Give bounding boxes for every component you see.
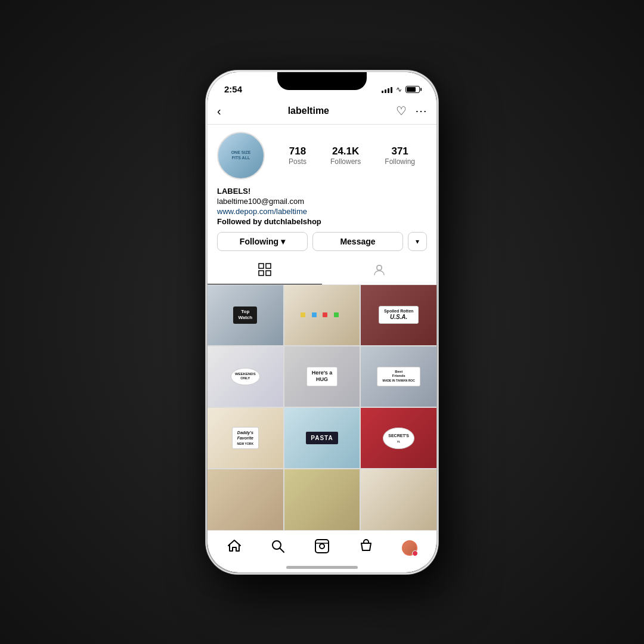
label-tag-6: BestFriendsMADE IN TAIWAN ROC (377, 367, 420, 386)
followers-stat[interactable]: 24.1K Followers (330, 145, 361, 166)
label-tag-9: SECRET'SXL (383, 428, 414, 449)
shop-icon (358, 538, 374, 558)
nav-reels[interactable] (309, 535, 335, 561)
phone-inner: 2:54 ∿ (208, 72, 436, 572)
following-label: Following (385, 157, 415, 166)
header-icons: ♡ ⋯ (396, 104, 427, 118)
more-dropdown-button[interactable]: ▾ (408, 232, 427, 251)
phone-notch (277, 72, 367, 90)
posts-stat[interactable]: 718 Posts (289, 145, 306, 166)
profile-username: labeltime (288, 106, 329, 116)
following-button[interactable]: Following ▾ (217, 232, 308, 251)
bio-link[interactable]: www.depop.com/labeltime (217, 207, 427, 216)
label-tag-3: Spoiled RottenU.S.A. (379, 306, 419, 324)
svg-rect-2 (259, 271, 264, 275)
avatar[interactable]: ONE SIZEFITS ALL (217, 132, 265, 179)
phone-screen: 2:54 ∿ (208, 72, 436, 572)
grid-item-11[interactable] (284, 469, 360, 530)
grid-item-5[interactable]: Here's aHUG (284, 346, 360, 407)
following-chevron-icon: ▾ (281, 237, 285, 246)
following-count: 371 (385, 145, 415, 157)
posts-label: Posts (289, 157, 306, 166)
grid-item-12[interactable] (361, 469, 436, 530)
profile-top: ONE SIZEFITS ALL 718 Posts 24.1K Followe… (217, 132, 427, 179)
more-options-icon[interactable]: ⋯ (415, 104, 427, 118)
svg-rect-1 (266, 264, 271, 268)
message-button-label: Message (340, 237, 375, 246)
back-button[interactable]: ‹ (217, 104, 221, 118)
tab-tagged[interactable] (322, 258, 436, 284)
grid-item-8[interactable]: PASTA (284, 408, 360, 468)
svg-point-9 (320, 544, 324, 549)
avatar-text: ONE SIZEFITS ALL (231, 150, 251, 160)
ig-header: ‹ labeltime ♡ ⋯ (208, 98, 436, 125)
wifi-icon: ∿ (396, 85, 402, 94)
grid-item-1[interactable]: TopWatch (208, 285, 283, 345)
posts-count: 718 (289, 145, 306, 157)
scene: 2:54 ∿ (0, 0, 644, 644)
nav-shop[interactable] (353, 535, 379, 561)
profile-section: ONE SIZEFITS ALL 718 Posts 24.1K Followe… (208, 125, 436, 258)
action-buttons: Following ▾ Message ▾ (217, 232, 427, 251)
photo-grid: TopWatch (208, 285, 436, 530)
svg-point-4 (377, 265, 382, 270)
profile-bio: LABELS! labeltime100@gmail.com www.depop… (217, 187, 427, 226)
grid-item-6[interactable]: BestFriendsMADE IN TAIWAN ROC (361, 346, 436, 407)
following-button-label: Following (240, 237, 278, 246)
tab-bar (208, 258, 436, 285)
reels-icon (314, 538, 330, 558)
grid-item-4[interactable]: WEEKENDSONLY (208, 346, 283, 407)
person-tag-icon (373, 263, 386, 279)
svg-rect-0 (259, 264, 264, 268)
nav-home[interactable] (221, 535, 247, 561)
grid-item-3[interactable]: Spoiled RottenU.S.A. (361, 285, 436, 345)
label-tag-8: PASTA (306, 432, 338, 444)
followed-by-username[interactable]: dutchlabelshop (264, 217, 321, 226)
svg-line-7 (280, 549, 284, 553)
bottom-nav (208, 530, 436, 566)
bio-followed-by: Followed by dutchlabelshop (217, 217, 427, 226)
label-tag-5: Here's aHUG (306, 367, 338, 386)
search-icon (270, 538, 286, 558)
signal-icon (382, 86, 392, 93)
home-icon (227, 538, 242, 558)
status-time: 2:54 (224, 84, 242, 94)
grid-item-10[interactable] (208, 469, 283, 530)
nav-profile[interactable] (397, 535, 423, 561)
grid-item-7[interactable]: Daddy'sFavoriteNEW YORK (208, 408, 283, 468)
grid-item-9[interactable]: SECRET'SXL (361, 408, 436, 468)
following-stat[interactable]: 371 Following (385, 145, 415, 166)
bio-email: labeltime100@gmail.com (217, 197, 427, 206)
label-tag-7: Daddy'sFavoriteNEW YORK (232, 427, 259, 449)
dropdown-chevron-icon: ▾ (416, 237, 419, 246)
svg-rect-3 (266, 271, 271, 275)
nav-search[interactable] (265, 535, 291, 561)
followed-by-prefix: Followed by (217, 217, 264, 226)
grid-item-2[interactable] (284, 285, 360, 345)
phone-device: 2:54 ∿ (206, 70, 438, 574)
status-icons: ∿ (382, 85, 420, 94)
label-tag-4: WEEKENDSONLY (231, 368, 260, 386)
profile-stats: 718 Posts 24.1K Followers 371 Following (277, 145, 427, 166)
grid-icon (258, 263, 271, 279)
battery-fill (407, 87, 416, 92)
notification-bell-icon[interactable]: ♡ (396, 104, 407, 118)
message-button[interactable]: Message (312, 232, 403, 251)
home-indicator (286, 566, 358, 569)
profile-avatar-nav (402, 540, 417, 556)
svg-rect-8 (315, 540, 329, 553)
tab-grid[interactable] (208, 258, 322, 284)
battery-icon (405, 86, 420, 93)
followers-label: Followers (330, 157, 361, 166)
bio-display-name: LABELS! (217, 187, 427, 196)
label-tag-1: TopWatch (233, 306, 257, 324)
followers-count: 24.1K (330, 145, 361, 157)
